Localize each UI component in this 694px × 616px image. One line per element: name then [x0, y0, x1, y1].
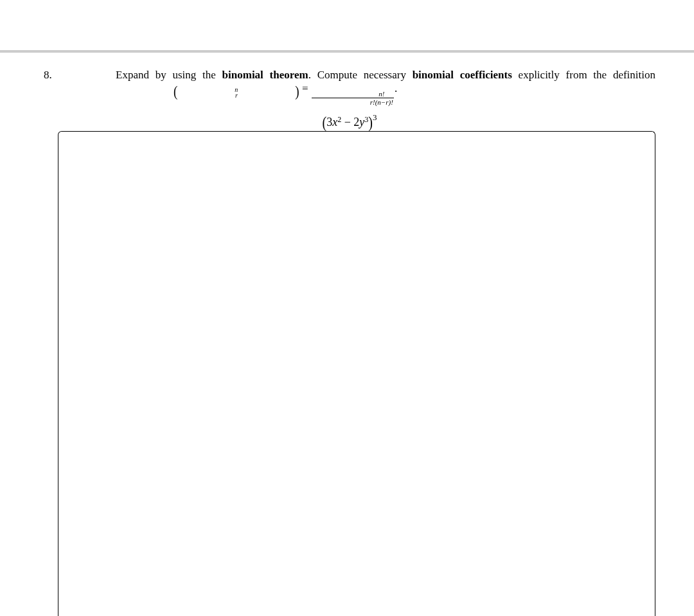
content-area: 8. Expand by using the binomial theorem.…: [44, 68, 655, 130]
problem-number: 8.: [44, 68, 52, 82]
page: 8. Expand by using the binomial theorem.…: [0, 0, 694, 616]
problem-prompt: Expand by using the binomial theorem. Co…: [58, 68, 655, 106]
expr-open-paren: (: [323, 113, 327, 132]
expr-outer-pow: 3: [373, 112, 377, 122]
binom-r: r: [177, 92, 238, 98]
equals: =: [299, 82, 311, 94]
prompt-period: .: [395, 82, 397, 94]
expr-a-var: x: [332, 116, 337, 128]
paren-right: ): [237, 82, 299, 99]
prompt-text-2: . Compute necessary: [308, 69, 413, 81]
binom-n: n: [177, 87, 238, 92]
problem-8: 8. Expand by using the binomial theorem.…: [44, 68, 655, 130]
expr-close-paren: ): [368, 113, 373, 132]
answer-box: [58, 131, 655, 616]
paren-left: (: [116, 82, 177, 99]
divider: [0, 50, 694, 53]
expression-display: (3x2 − 2y3)3: [44, 112, 655, 130]
expr-a-coef: 3: [326, 116, 332, 128]
binomial-notation: (nr): [58, 84, 299, 98]
fraction-definition: n!r!(n−r)!: [312, 90, 394, 106]
expr-b-coef: 2: [353, 116, 359, 128]
fraction-denominator: r!(n−r)!: [312, 98, 394, 106]
prompt-text-1: Expand by using the: [116, 69, 222, 81]
fraction-numerator: n!: [321, 90, 384, 98]
bold-binomial-coefficients: binomial coefficients: [413, 69, 512, 81]
bold-binomial-theorem: binomial theorem: [222, 69, 308, 81]
expr-minus: −: [341, 116, 353, 128]
prompt-text-3: explicitly from the definition: [512, 69, 655, 81]
